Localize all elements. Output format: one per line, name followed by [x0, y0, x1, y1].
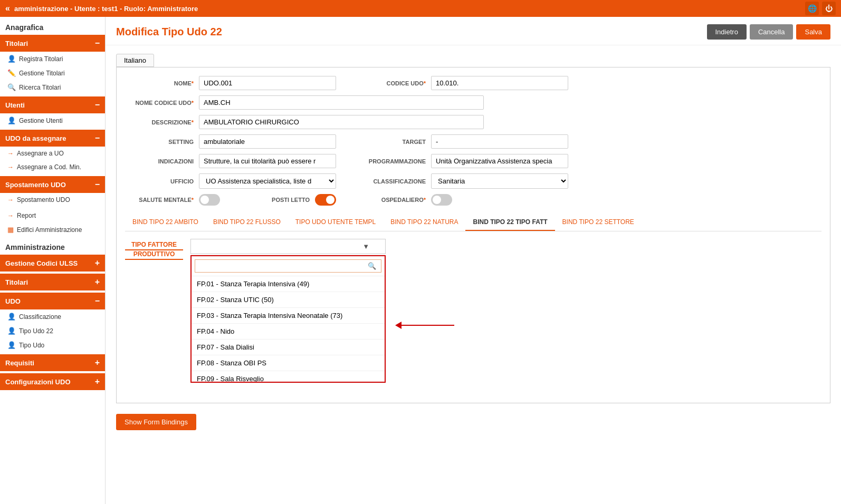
indicazioni-input[interactable]	[199, 154, 336, 168]
arrow-head-icon	[395, 322, 402, 329]
power-button[interactable]: ⏻	[822, 2, 836, 15]
sidebar-group-toggle-udo-assegnare: −	[95, 133, 100, 143]
sidebar-item-classificazione[interactable]: 👤 Classificazione	[0, 309, 105, 324]
sidebar-item-assegnare-uo[interactable]: → Assegnare a UO	[0, 147, 105, 160]
topbar-right: 🌐 ⏻	[805, 2, 836, 15]
dropdown-item-4[interactable]: FP.07 - Sala Dialisi	[192, 340, 385, 355]
topbar-left: « amministrazione - Utente : test1 - Ruo…	[5, 4, 198, 13]
form-row-indicazioni: INDICAZIONI PROGRAMMAZIONE	[125, 154, 821, 168]
page-title: Modifica Tipo Udo 22	[116, 26, 222, 38]
nome-label: NOME*	[125, 80, 194, 86]
salva-button[interactable]: Salva	[796, 24, 830, 40]
arrow-icon: →	[7, 196, 14, 203]
nome-input[interactable]	[199, 76, 336, 90]
posti-letto-toggle[interactable]	[315, 194, 336, 206]
programmazione-input[interactable]	[431, 154, 568, 168]
sidebar-item-tipo-udo[interactable]: 👤 Tipo Udo	[0, 338, 105, 352]
arrow-icon: →	[7, 163, 14, 171]
codice-udo-label: CODICE UDO*	[357, 80, 426, 86]
sidebar-item-registra-titolari[interactable]: 👤 Registra Titolari	[0, 52, 105, 66]
form-area: Italiano NOME* CODICE UDO* NOME C	[106, 45, 841, 439]
dropdown-item-1[interactable]: FP.02 - Stanza UTIC (50)	[192, 292, 385, 308]
sidebar-group-header-gestione-codici[interactable]: Gestione Codici ULSS +	[0, 255, 105, 272]
tab-ambito[interactable]: BIND TIPO 22 AMBITO	[125, 214, 206, 231]
tipo-fattore-label-2: PRODUTTIVO	[125, 250, 183, 260]
form-row-toggles: SALUTE MENTALE* POSTI LETTO OSPEDALIERO*	[125, 194, 821, 206]
sidebar-group-requisiti: Requisiti +	[0, 354, 105, 371]
dropdown-search-input[interactable]	[195, 259, 381, 273]
sidebar-item-label: Tipo Udo	[19, 342, 44, 349]
dropdown-item-0[interactable]: FP.01 - Stanza Terapia Intensiva (49)	[192, 276, 385, 292]
amministrazione-section-title: Amministrazione	[0, 237, 105, 255]
sidebar-item-gestione-utenti[interactable]: 👤 Gestione Utenti	[0, 113, 105, 128]
tab-settore[interactable]: BIND TIPO 22 SETTORE	[555, 214, 642, 231]
sidebar-group-toggle-titolari2: +	[95, 277, 100, 287]
tipo-fattore-dropdown[interactable]: ▼	[190, 239, 386, 254]
sidebar-item-label: Spostamento UDO	[17, 196, 70, 203]
sidebar-group-header-configurazioni[interactable]: Configurazioni UDO +	[0, 373, 105, 390]
sidebar-group-header-titolari2[interactable]: Titolari +	[0, 274, 105, 290]
ospedaliero-toggle[interactable]	[431, 194, 452, 206]
globe-button[interactable]: 🌐	[805, 2, 819, 15]
sidebar-group-header-requisiti[interactable]: Requisiti +	[0, 354, 105, 371]
sidebar-group-header-spostamento[interactable]: Spostamento UDO −	[0, 176, 105, 193]
sidebar-group-udo-assegnare: UDO da assegnare − → Assegnare a UO → As…	[0, 130, 105, 174]
tab-flusso[interactable]: BIND TIPO 22 FLUSSO	[206, 214, 288, 231]
sidebar-group-header-titolari[interactable]: Titolari −	[0, 35, 105, 52]
sidebar-item-label: Edifici Amministrazione	[17, 226, 82, 234]
cancella-button[interactable]: Cancella	[750, 24, 794, 40]
sidebar-item-edifici[interactable]: ▦ Edifici Amministrazione	[0, 222, 105, 237]
sidebar-group-spostamento: Spostamento UDO − → Spostamento UDO	[0, 176, 105, 207]
classificazione-select[interactable]: Sanitaria	[431, 173, 568, 189]
sidebar-item-label: Ricerca Titolari	[19, 84, 61, 91]
target-input[interactable]	[431, 134, 568, 149]
anagrafica-section-title: Anagrafica	[0, 17, 105, 35]
sidebar-group-toggle-titolari: −	[95, 38, 100, 48]
setting-input[interactable]	[199, 134, 336, 149]
sidebar-group-utenti: Utenti − 👤 Gestione Utenti	[0, 96, 105, 128]
tab-natura[interactable]: BIND TIPO 22 NATURA	[383, 214, 465, 231]
show-form-bindings-button[interactable]: Show Form Bindings	[116, 414, 196, 430]
form-row-descrizione: DESCRIZIONE*	[125, 115, 821, 129]
codice-udo-input[interactable]	[431, 76, 568, 90]
sidebar-group-header-utenti[interactable]: Utenti −	[0, 96, 105, 113]
descrizione-input[interactable]	[199, 115, 484, 129]
sidebar-group-label-requisiti: Requisiti	[5, 359, 34, 367]
salute-mentale-toggle[interactable]	[199, 194, 220, 206]
indicazioni-label: INDICAZIONI	[125, 158, 194, 164]
arrow-icon: →	[7, 212, 14, 219]
sidebar-item-gestione-titolari[interactable]: ✏️ Gestione Titolari	[0, 66, 105, 80]
sidebar-item-assegnare-cod-min[interactable]: → Assegnare a Cod. Min.	[0, 160, 105, 174]
tab-utente-templ[interactable]: TIPO UDO UTENTE TEMPL	[288, 214, 383, 231]
target-label: TARGET	[357, 139, 426, 145]
ospedaliero-label: OSPEDALIERO*	[357, 197, 426, 203]
nome-codice-input[interactable]	[199, 95, 484, 110]
topbar-arrow: «	[5, 4, 10, 13]
form-row-ufficio: UFFICIO UO Assistenza specialistica, lis…	[125, 173, 821, 189]
dropdown-item-2[interactable]: FP.03 - Stanza Terapia Intensiva Neonata…	[192, 308, 385, 324]
ufficio-select[interactable]: UO Assistenza specialistica, liste d	[199, 173, 336, 189]
edit-icon: ✏️	[7, 69, 16, 77]
dropdown-item-5[interactable]: FP.08 - Stanza OBI PS	[192, 355, 385, 371]
tab-tipo-fatt[interactable]: BIND TIPO 22 TIPO FATT	[465, 214, 555, 231]
header-buttons: Indietro Cancella Salva	[707, 24, 831, 40]
sidebar-group-header-udo[interactable]: UDO −	[0, 293, 105, 309]
sidebar-group-header-udo-assegnare[interactable]: UDO da assegnare −	[0, 130, 105, 147]
topbar-title: amministrazione - Utente : test1 - Ruolo…	[14, 5, 198, 13]
dropdown-panel: 🔍 FP.01 - Stanza Terapia Intensiva (49) …	[190, 255, 386, 383]
dropdown-item-6[interactable]: FP.09 - Sala Risveglio	[192, 371, 385, 382]
sidebar-group-label-configurazioni: Configurazioni UDO	[5, 378, 71, 386]
sidebar-item-spostamento-udo[interactable]: → Spostamento UDO	[0, 193, 105, 207]
lang-tab[interactable]: Italiano	[116, 54, 154, 67]
tabs-row: BIND TIPO 22 AMBITO BIND TIPO 22 FLUSSO …	[125, 214, 821, 231]
sidebar-item-report[interactable]: → Report	[0, 209, 105, 222]
dropdown-item-3[interactable]: FP.04 - Nido	[192, 324, 385, 340]
salute-mentale-label: SALUTE MENTALE*	[125, 197, 194, 203]
indietro-button[interactable]: Indietro	[707, 24, 747, 40]
sidebar-group-titolari: Titolari − 👤 Registra Titolari ✏️ Gestio…	[0, 35, 105, 94]
arrow-line	[402, 325, 454, 326]
sidebar-item-ricerca-titolari[interactable]: 🔍 Ricerca Titolari	[0, 80, 105, 94]
sidebar-item-tipo-udo-22[interactable]: 👤 Tipo Udo 22	[0, 324, 105, 338]
ufficio-label: UFFICIO	[125, 178, 194, 185]
tab-content-tipo-fatt: TIPO FATTORE PRODUTTIVO ▼	[125, 231, 821, 394]
